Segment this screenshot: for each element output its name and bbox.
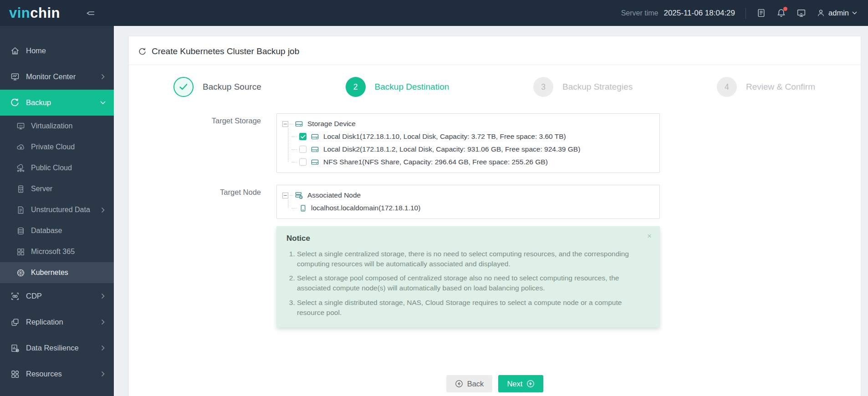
destination-form: Target Storage: [129, 113, 861, 327]
step-number: 4: [717, 77, 737, 97]
disk-icon: [311, 145, 319, 154]
sidebar-item-label: Microsoft 365: [31, 248, 75, 256]
user-icon: [817, 9, 825, 17]
sidebar-item-backup[interactable]: Backup: [0, 90, 114, 116]
close-icon[interactable]: ×: [647, 232, 652, 240]
sidebar-item-label: Kubernetes: [31, 269, 68, 277]
step-number: 3: [533, 77, 553, 97]
disk-icon: [311, 132, 319, 141]
private-cloud-icon: [16, 143, 25, 152]
server-time: Server time 2025-11-06 18:04:29: [621, 9, 735, 18]
wizard-footer: Back Next: [129, 375, 861, 392]
topbar: vinchin Server time 2025-11-06 18:04:29: [0, 0, 868, 26]
tree-node-label: NFS Share1(NFS Share, Capacity: 296.64 G…: [323, 158, 548, 166]
back-button[interactable]: Back: [446, 375, 493, 392]
next-button-label: Next: [507, 380, 522, 388]
sidebar-item-resources[interactable]: Resources: [0, 361, 114, 387]
topbar-right: Server time 2025-11-06 18:04:29: [621, 8, 857, 19]
notifications-bell-icon[interactable]: [776, 8, 786, 18]
sidebar-item-label: Unstructured Data: [31, 206, 90, 214]
sidebar-item-data-resilience[interactable]: Data Resilience: [0, 335, 114, 361]
kubernetes-icon: [16, 269, 25, 277]
app-window: vinchin Server time 2025-11-06 18:04:29: [0, 0, 868, 396]
chevron-down-icon: [101, 100, 105, 106]
collapse-expander-icon[interactable]: [282, 121, 288, 127]
sidebar-item-replication[interactable]: Replication: [0, 309, 114, 335]
server-time-value: 2025-11-06 18:04:29: [664, 9, 735, 18]
sidebar-item-database[interactable]: Database: [0, 220, 114, 241]
sidebar-item-public-cloud[interactable]: Public Cloud: [0, 157, 114, 178]
sidebar-item-private-cloud[interactable]: Private Cloud: [0, 137, 114, 157]
chevron-right-icon: [101, 293, 105, 299]
server-time-label: Server time: [621, 9, 659, 17]
disk-icon: [311, 158, 319, 167]
step-backup-strategies: 3 Backup Strategies: [533, 77, 633, 97]
storage-tree-root[interactable]: Storage Device: [282, 117, 654, 130]
wizard-card: Create Kubernetes Cluster Backup job Bac…: [129, 36, 861, 396]
notice-item: Select a single distributed storage, NAS…: [297, 298, 650, 318]
next-button[interactable]: Next: [498, 375, 543, 392]
sidebar-item-server[interactable]: Server: [0, 178, 114, 199]
notice-list: Select a single centralized storage, the…: [286, 249, 650, 318]
chevron-right-icon: [101, 319, 105, 325]
sidebar-item-label: Home: [26, 46, 46, 55]
node-tree-root[interactable]: Associated Node: [282, 189, 654, 202]
sidebar: Home Monitor Center: [0, 26, 114, 396]
notification-badge: [783, 7, 787, 11]
tree-node-label: localhost.localdomain(172.18.1.10): [311, 204, 420, 212]
sidebar-item-label: Virtualization: [31, 122, 72, 130]
checkbox-checked[interactable]: [299, 133, 306, 140]
associated-node-icon: [295, 191, 303, 200]
wizard-steps: Backup Source 2 Backup Destination 3 Bac…: [129, 65, 861, 97]
vinchin-logo: vinchin: [9, 6, 60, 20]
sidebar-collapse-icon[interactable]: [86, 9, 96, 17]
database-icon: [16, 227, 25, 235]
server-icon: [16, 185, 25, 193]
checkbox-unchecked[interactable]: [299, 146, 306, 153]
step-label: Backup Destination: [375, 82, 449, 92]
step-check-icon: [174, 77, 194, 97]
back-button-label: Back: [467, 380, 484, 388]
notice-title: Notice: [286, 234, 650, 243]
step-review-confirm: 4 Review & Confirm: [717, 77, 815, 97]
checkbox-unchecked[interactable]: [299, 158, 306, 166]
sidebar-item-monitor-center[interactable]: Monitor Center: [0, 64, 114, 90]
console-display-icon[interactable]: [797, 8, 806, 18]
target-storage-label: Target Storage: [129, 113, 261, 173]
cdp-icon: [10, 291, 20, 301]
report-icon[interactable]: [756, 8, 766, 18]
tree-row-local-disk2[interactable]: Local Disk2(172.18.1.2, Local Disk, Capa…: [291, 143, 654, 156]
tree-row-local-disk1[interactable]: Local Disk1(172.18.1.10, Local Disk, Cap…: [291, 130, 654, 143]
collapse-expander-icon[interactable]: [282, 193, 288, 198]
user-menu[interactable]: admin: [817, 9, 857, 17]
sidebar-item-label: Resources: [26, 370, 62, 378]
home-icon: [10, 46, 20, 56]
card-header: Create Kubernetes Cluster Backup job: [129, 36, 861, 65]
tree-node-label: Local Disk1(172.18.1.10, Local Disk, Cap…: [323, 132, 566, 141]
chevron-right-icon: [101, 371, 105, 377]
storage-tree: Storage Device: [276, 113, 660, 173]
tree-row-localhost[interactable]: localhost.localdomain(172.18.1.10): [291, 202, 654, 214]
chevron-right-icon: [101, 345, 105, 351]
sidebar-item-cdp[interactable]: CDP: [0, 283, 114, 309]
target-node-row: Target Node: [129, 185, 861, 219]
sidebar-item-microsoft-365[interactable]: Microsoft 365: [0, 241, 114, 262]
sidebar-item-unstructured-data[interactable]: Unstructured Data: [0, 199, 114, 220]
chevron-down-icon: [852, 11, 857, 15]
tree-row-nfs-share1[interactable]: NFS Share1(NFS Share, Capacity: 296.64 G…: [291, 156, 654, 168]
sidebar-item-kubernetes[interactable]: Kubernetes: [0, 262, 114, 283]
microsoft-365-icon: [16, 248, 25, 256]
node-tree: Associated Node: [276, 185, 660, 219]
refresh-icon[interactable]: [138, 47, 147, 56]
step-label: Review & Confirm: [746, 82, 815, 92]
tree-node-label: Associated Node: [307, 191, 361, 199]
notice-item: Select a single centralized storage, the…: [297, 249, 650, 269]
svg-text:vm: vm: [19, 124, 23, 127]
sidebar-item-home[interactable]: Home: [0, 38, 114, 64]
sidebar-item-label: Private Cloud: [31, 143, 75, 151]
sidebar-item-virtualization[interactable]: vm Virtualization: [0, 116, 114, 137]
chevron-right-icon: [101, 207, 105, 213]
storage-tree-children: Local Disk1(172.18.1.10, Local Disk, Cap…: [285, 130, 654, 168]
sidebar-item-label: Backup: [26, 98, 51, 107]
virtualization-icon: vm: [16, 122, 25, 131]
